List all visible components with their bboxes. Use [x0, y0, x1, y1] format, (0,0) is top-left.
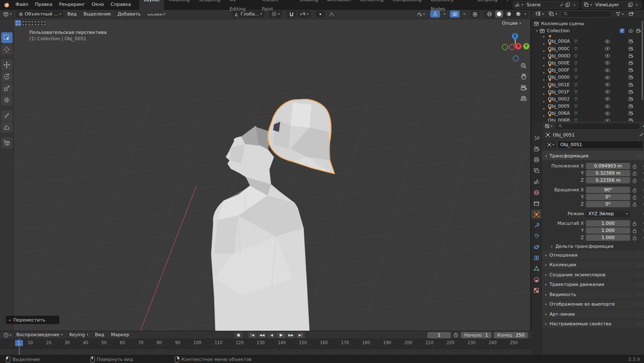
hide-eye-icon[interactable]: [605, 46, 628, 51]
disable-render-icon[interactable]: [628, 54, 636, 58]
new-collection-button[interactable]: [628, 10, 635, 18]
new-scene-icon[interactable]: [565, 3, 570, 7]
tab-scene[interactable]: [531, 177, 542, 186]
tab-collection[interactable]: [531, 198, 542, 208]
scale-tool[interactable]: [1, 83, 13, 94]
selected-hair-object[interactable]: [268, 99, 335, 174]
tab-world[interactable]: [531, 188, 542, 197]
expand-arrow-icon[interactable]: ▸: [541, 71, 547, 75]
lock-open-icon[interactable]: [632, 202, 640, 207]
gizmo-x-neg-axis[interactable]: [509, 44, 515, 50]
tab-tool[interactable]: [531, 133, 542, 143]
frame-start-field[interactable]: Начало1: [461, 332, 491, 338]
properties-editor-button[interactable]: ▾: [544, 124, 552, 129]
new-viewlayer-icon[interactable]: [628, 3, 633, 7]
disable-render-icon[interactable]: [628, 68, 636, 72]
lock-open-icon[interactable]: [632, 164, 640, 169]
outliner-object-row[interactable]: ▸ ▼ Obj_000A ▽: [531, 34, 644, 41]
tab-output[interactable]: [531, 155, 542, 165]
workspace-tab[interactable]: UV Editing: [225, 0, 257, 14]
viewlayer-name[interactable]: ViewLayer: [594, 2, 626, 8]
cursor-tool[interactable]: [1, 44, 13, 55]
unlink-scene-icon[interactable]: ×: [572, 3, 577, 7]
move-tool[interactable]: [1, 59, 13, 70]
expand-arrow-icon[interactable]: ▸: [541, 49, 547, 53]
workspace-tab[interactable]: Rendering: [355, 0, 388, 14]
transform-tool[interactable]: [1, 95, 13, 106]
hide-eye-icon[interactable]: [605, 68, 628, 72]
topbar-menu[interactable]: Справка: [107, 0, 134, 9]
properties-section-header[interactable]: ▸ Траектории движения ::::: [542, 280, 644, 290]
disable-render-icon[interactable]: [628, 61, 636, 65]
expand-arrow-icon[interactable]: ▸: [541, 92, 547, 96]
select-mode-set[interactable]: [15, 20, 21, 26]
disable-render-icon[interactable]: [628, 75, 636, 80]
add-workspace-button[interactable]: +: [502, 0, 513, 14]
select-mode-invert[interactable]: [34, 20, 40, 26]
workspace-tab-active[interactable]: Layout: [139, 0, 164, 14]
workspace-tab[interactable]: Animation: [323, 0, 355, 14]
tab-modifiers[interactable]: [531, 220, 542, 230]
tab-constraints[interactable]: [531, 253, 542, 263]
properties-search-input[interactable]: [555, 123, 640, 130]
panel-drag-handle[interactable]: ::::: [637, 322, 644, 326]
lock-open-icon[interactable]: [632, 221, 640, 226]
value-slider[interactable]: 0°: [586, 194, 630, 200]
lock-open-icon[interactable]: [632, 178, 640, 183]
panel-drag-handle[interactable]: ::::: [637, 302, 644, 306]
hide-eye-icon[interactable]: [605, 39, 628, 44]
lock-open-icon[interactable]: [632, 188, 640, 193]
mode-selector[interactable]: Объектный ... ▾: [16, 10, 63, 18]
hide-eye-icon[interactable]: [605, 90, 628, 94]
gizmo-x-axis[interactable]: X: [515, 43, 521, 49]
outliner-filter-button[interactable]: ▾: [615, 10, 624, 18]
panel-drag-handle[interactable]: ::::: [637, 253, 644, 257]
timeline-editor-button[interactable]: ▾: [0, 332, 13, 338]
expand-arrow-icon[interactable]: ▸: [541, 114, 547, 118]
disable-render-icon[interactable]: [628, 39, 636, 44]
remove-viewlayer-icon[interactable]: ×: [634, 3, 639, 7]
outliner-editor-button[interactable]: ▾: [534, 10, 544, 18]
properties-section-header[interactable]: ▸ Видимость ::::: [542, 290, 644, 300]
lock-open-icon[interactable]: [632, 228, 640, 233]
ortho-toggle-button[interactable]: [519, 93, 529, 103]
value-slider[interactable]: 0°: [586, 201, 630, 207]
panel-drag-handle[interactable]: ::::: [637, 292, 644, 296]
hide-eye-icon[interactable]: [628, 29, 636, 33]
jump-to-start-button[interactable]: |◀: [248, 332, 257, 338]
scene-selector[interactable]: ▾ Scene ×: [513, 1, 579, 9]
value-slider[interactable]: 1.000: [586, 234, 630, 241]
workspace-tab[interactable]: Sculpting: [194, 0, 225, 14]
annotate-tool[interactable]: [1, 110, 13, 121]
collection-checkbox[interactable]: ✓: [620, 28, 624, 33]
frame-end-field[interactable]: Конец250: [494, 332, 528, 338]
panel-drag-handle[interactable]: ::::: [637, 283, 644, 287]
expand-arrow-icon[interactable]: ▾: [534, 29, 539, 33]
next-keyframe-button[interactable]: ▶▶: [286, 332, 295, 338]
properties-section-header[interactable]: ▸ Арт-линии ::::: [542, 309, 644, 319]
viewport-menu[interactable]: Вид: [64, 10, 80, 19]
expand-arrow-icon[interactable]: ▸: [541, 78, 547, 82]
current-frame-field[interactable]: 1: [427, 332, 451, 338]
tab-render[interactable]: [531, 144, 542, 154]
hide-eye-icon[interactable]: [605, 104, 628, 108]
expand-arrow-icon[interactable]: ▸: [541, 35, 547, 39]
shading-rendered-button[interactable]: [514, 10, 522, 18]
gizmo-z-axis[interactable]: Z: [512, 33, 518, 39]
auto-keying-toggle[interactable]: [234, 332, 243, 338]
transform-panel-header[interactable]: ▾ Трансформация ::::: [542, 151, 644, 161]
disable-render-icon[interactable]: [628, 111, 636, 116]
object-id-selector[interactable]: ▾: [545, 141, 556, 148]
lock-open-icon[interactable]: [632, 171, 640, 176]
object-name-field[interactable]: Obj_0051: [557, 141, 644, 149]
value-slider[interactable]: 1.000: [586, 220, 630, 227]
play-reverse-button[interactable]: ◀: [267, 332, 276, 338]
chevron-down-icon[interactable]: ▾: [523, 12, 527, 16]
operator-panel-move[interactable]: ▸ Переместить: [6, 316, 59, 324]
expand-arrow-icon[interactable]: ▸: [541, 100, 547, 103]
workspace-tab[interactable]: Modeling: [164, 0, 194, 14]
viewport-menu[interactable]: Выделение: [80, 10, 114, 19]
workspace-tab[interactable]: Texture Paint: [257, 0, 295, 14]
rotate-tool[interactable]: [1, 71, 13, 82]
viewlayer-selector[interactable]: ▾ ViewLayer ×: [582, 1, 641, 9]
